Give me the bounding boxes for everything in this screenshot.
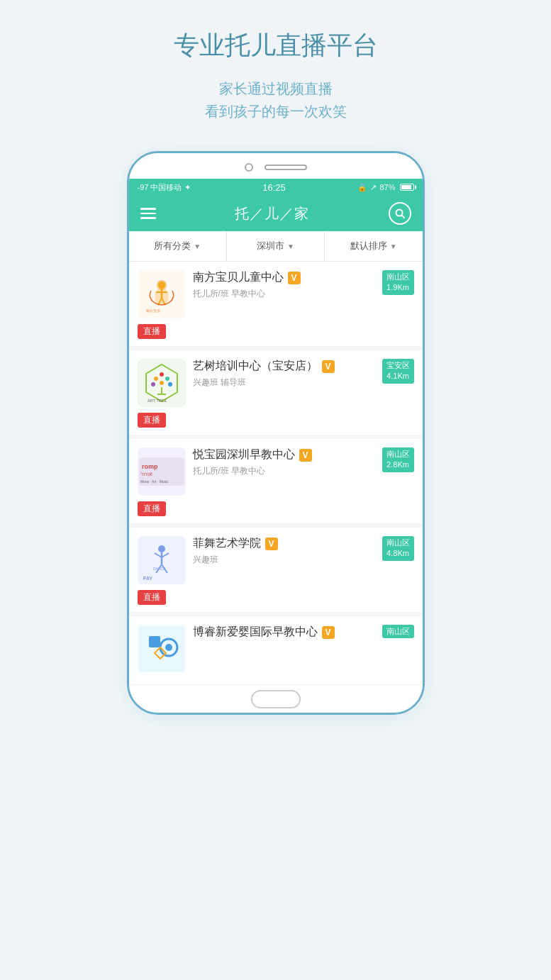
listing-name: 博睿新爱婴国际早教中心 [193,625,318,640]
status-direction: ↗ [370,183,377,192]
listing-info: 悦宝园深圳早教中心 V 托儿所/班 早教中心 [193,447,375,477]
filter-category-label: 所有分类 [154,240,191,252]
filter-city[interactable]: 深圳市 ▼ [227,231,325,261]
svg-point-4 [158,282,165,289]
status-battery-text: 87% [379,183,395,191]
listing-card[interactable]: 南方宝贝 南方宝贝儿童中心 V 托儿所/班 早教中心 南山区 1.9Km 直播 [129,262,423,346]
app-header: 托／儿／家 [129,196,423,231]
search-button[interactable] [389,202,411,225]
svg-text:南方宝贝: 南方宝贝 [146,308,160,313]
verified-badge: V [322,626,335,639]
verified-badge: V [265,538,278,550]
filter-sort-label: 默认排序 [350,240,387,252]
filter-category-arrow: ▼ [194,243,201,250]
filter-bar: 所有分类 ▼ 深圳市 ▼ 默认排序 ▼ [129,231,423,262]
svg-point-11 [160,372,164,377]
svg-text:'n'roll: 'n'roll [141,472,152,477]
listing-tags: 兴趣班 [193,554,375,566]
listing-tags: 托儿所/班 早教中心 [193,465,375,477]
listing-location: 南山区 2.8Km [382,447,414,472]
filter-category[interactable]: 所有分类 ▼ [129,231,227,261]
status-right: 🔒 ↗ 87% [357,183,413,192]
svg-point-36 [165,644,172,651]
listing-info: 博睿新爱婴国际早教中心 V [193,625,375,640]
home-button[interactable] [251,690,301,708]
listing-info: 艺树培训中心（宝安店） V 兴趣班 辅导班 [193,359,375,389]
svg-point-12 [154,377,158,381]
verified-badge: V [288,272,301,284]
svg-point-13 [165,377,169,381]
listing-tags: 兴趣班 辅导班 [193,377,375,389]
filter-city-arrow: ▼ [287,243,294,250]
svg-line-1 [401,216,404,218]
listing-location: 南山区 [382,625,414,638]
status-lock: 🔒 [357,183,367,192]
status-signal: -97 中国移动 ✦ [138,182,191,193]
listing-logo: romp 'n'roll Move · Art · Music [138,447,186,496]
filter-sort[interactable]: 默认排序 ▼ [325,231,422,261]
live-badge: 直播 [138,413,166,428]
phone-bottom-bar [129,684,423,713]
live-badge: 直播 [138,590,166,605]
svg-text:FAY: FAY [143,576,152,581]
filter-city-label: 深圳市 [257,240,284,252]
listing-location: 宝安区 4.1Km [382,359,414,384]
svg-text:romp: romp [142,463,158,470]
listing-list: 南方宝贝 南方宝贝儿童中心 V 托儿所/班 早教中心 南山区 1.9Km 直播 [129,262,423,680]
listing-location: 南山区 4.8Km [382,536,414,561]
phone-speaker [265,165,307,170]
listing-location: 南山区 1.9Km [382,270,414,295]
svg-rect-34 [149,636,160,647]
listing-logo: FAY DANCE [138,536,186,584]
listing-info: 菲舞艺术学院 V 兴趣班 [193,536,375,566]
status-time: 16:25 [262,182,286,193]
listing-card[interactable]: ART·TREE 艺树培训中心（宝安店） V 兴趣班 辅导班 宝安区 4.1Km… [129,350,423,435]
svg-text:ART·TREE: ART·TREE [148,399,167,403]
listing-name: 南方宝贝儿童中心 [193,270,284,285]
battery-fill [401,185,411,189]
listing-name: 菲舞艺术学院 [193,536,261,551]
app-title: 托／儿／家 [235,204,309,223]
svg-point-14 [151,382,155,386]
svg-point-15 [160,381,164,385]
svg-point-25 [158,545,165,552]
page-subtitle: 家长通过视频直播 看到孩子的每一次欢笑 [205,77,347,123]
listing-logo [138,625,186,673]
listing-info: 南方宝贝儿童中心 V 托儿所/班 早教中心 [193,270,375,300]
svg-text:Move · Art · Music: Move · Art · Music [140,479,169,484]
battery-icon [400,184,414,191]
page-title: 专业托儿直播平台 [174,28,378,63]
listing-card[interactable]: 博睿新爱婴国际早教中心 V 南山区 [129,616,423,680]
listing-tags: 托儿所/班 早教中心 [193,288,375,300]
listing-logo: ART·TREE [138,359,186,407]
listing-logo: 南方宝贝 [138,270,186,318]
verified-badge: V [322,360,335,373]
listing-card[interactable]: romp 'n'roll Move · Art · Music 悦宝园深圳早教中… [129,439,423,523]
hamburger-menu-button[interactable] [140,208,156,219]
live-badge: 直播 [138,324,166,339]
status-bar: -97 中国移动 ✦ 16:25 🔒 ↗ 87% [129,179,423,196]
listing-card[interactable]: FAY DANCE 菲舞艺术学院 V 兴趣班 南山区 4.8Km 直 [129,528,423,612]
live-badge: 直播 [138,501,166,516]
svg-point-16 [168,382,172,386]
phone-frame: -97 中国移动 ✦ 16:25 🔒 ↗ 87% 托／儿／家 所有分类 ▼ [127,151,425,715]
verified-badge: V [299,449,312,462]
svg-text:DANCE: DANCE [153,567,166,571]
filter-sort-arrow: ▼ [390,243,397,250]
phone-top-bar [129,153,423,179]
listing-name: 艺树培训中心（宝安店） [193,359,318,374]
listing-name: 悦宝园深圳早教中心 [193,447,295,462]
phone-camera [245,163,253,172]
